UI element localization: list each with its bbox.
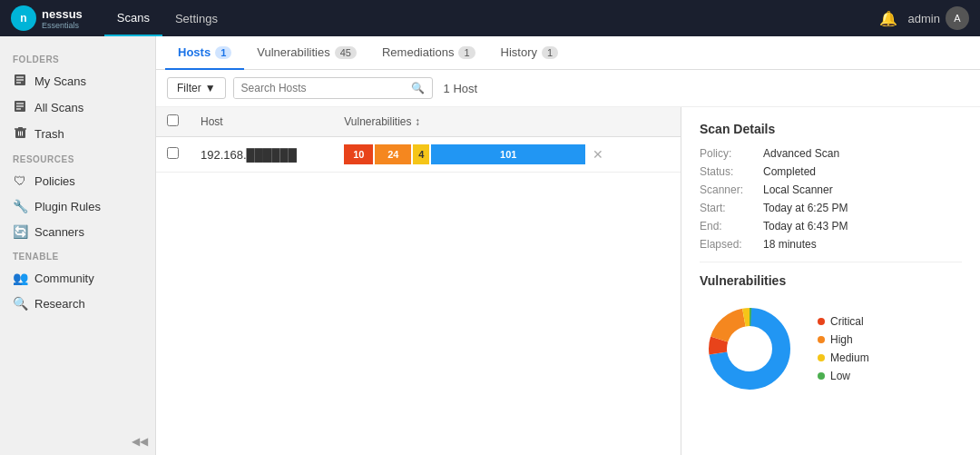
details-panel: Scan Details Policy: Advanced Scan Statu… <box>681 107 980 455</box>
user-menu[interactable]: admin A <box>908 6 969 30</box>
row-checkbox[interactable] <box>167 147 179 159</box>
donut-chart <box>700 299 799 399</box>
svg-rect-10 <box>18 127 23 129</box>
sidebar-item-all-scans[interactable]: All Scans <box>0 94 155 121</box>
scanners-icon: 🔄 <box>13 224 27 239</box>
all-scans-icon <box>13 100 27 115</box>
host-cell: 192.168.██████ <box>190 137 333 173</box>
top-navigation: n nessus Essentials Scans Settings 🔔 adm… <box>0 0 980 36</box>
search-box: 🔍 <box>233 77 433 99</box>
low-legend-label: Low <box>830 370 850 382</box>
select-all-checkbox[interactable] <box>167 114 179 126</box>
high-dot <box>818 336 825 343</box>
tenable-section-label: TENABLE <box>0 244 155 265</box>
high-segment: 24 <box>375 144 411 164</box>
host-count: 1 Host <box>444 82 478 95</box>
medium-dot <box>818 354 825 361</box>
community-label: Community <box>34 272 94 285</box>
end-value: Today at 6:43 PM <box>763 220 848 232</box>
sidebar-item-policies[interactable]: 🛡 Policies <box>0 168 155 193</box>
nav-scans[interactable]: Scans <box>104 0 162 36</box>
status-row: Status: Completed <box>700 165 962 178</box>
sidebar-collapse: ◀◀ <box>0 435 155 448</box>
legend-item-medium: Medium <box>818 351 869 364</box>
content-body: Host Vulnerabilities ↕ 192.1 <box>156 107 980 455</box>
col-vulnerabilities: Vulnerabilities ↕ <box>333 107 681 137</box>
medium-legend-label: Medium <box>830 351 869 364</box>
scanner-value: Local Scanner <box>763 183 833 196</box>
sidebar-item-scanners[interactable]: 🔄 Scanners <box>0 219 155 244</box>
policy-label: Policy: <box>700 147 763 160</box>
logo-icon: n <box>11 5 36 31</box>
critical-legend-label: Critical <box>830 315 864 328</box>
policy-row: Policy: Advanced Scan <box>700 147 962 160</box>
tab-history[interactable]: History 1 <box>488 36 572 70</box>
nav-settings[interactable]: Settings <box>162 0 230 36</box>
end-label: End: <box>700 220 763 232</box>
content-area: Hosts 1 Vulnerabilities 45 Remediations … <box>156 36 980 455</box>
research-label: Research <box>34 297 85 311</box>
sidebar-item-trash[interactable]: Trash <box>0 121 155 147</box>
scan-details-title: Scan Details <box>700 122 962 136</box>
logo: n nessus Essentials <box>11 5 83 31</box>
scanner-label: Scanner: <box>700 183 763 196</box>
scanners-label: Scanners <box>34 225 84 239</box>
logo-text: nessus Essentials <box>42 7 83 30</box>
legend-item-low: Low <box>818 370 869 382</box>
vuln-bar-cell: 10 24 4 101 ✕ <box>333 137 681 173</box>
donut-hole <box>730 329 769 369</box>
sidebar-item-research[interactable]: 🔍 Research <box>0 291 155 316</box>
elapsed-row: Elapsed: 18 minutes <box>700 238 962 251</box>
info-segment: 101 <box>431 144 585 164</box>
vuln-sort-icon: ↕ <box>415 115 420 128</box>
search-input[interactable] <box>234 78 404 98</box>
policies-icon: 🛡 <box>13 173 27 188</box>
avatar: A <box>946 6 969 30</box>
elapsed-label: Elapsed: <box>700 238 763 251</box>
plugin-rules-icon: 🔧 <box>13 199 27 213</box>
sidebar-item-plugin-rules[interactable]: 🔧 Plugin Rules <box>0 193 155 219</box>
community-icon: 👥 <box>13 271 27 285</box>
sidebar: FOLDERS My Scans All Scans Trash RESOURC… <box>0 36 156 455</box>
vulnerabilities-section: Vulnerabilities <box>700 273 962 399</box>
legend-item-critical: Critical <box>818 315 869 328</box>
tab-vulnerabilities[interactable]: Vulnerabilities 45 <box>244 36 369 70</box>
vulnerabilities-title: Vulnerabilities <box>700 273 962 288</box>
start-row: Start: Today at 6:25 PM <box>700 202 962 214</box>
sidebar-item-community[interactable]: 👥 Community <box>0 265 155 291</box>
collapse-sidebar-button[interactable]: ◀◀ <box>132 435 148 448</box>
filter-dropdown-icon: ▼ <box>205 82 216 94</box>
donut-legend: Critical High Medium <box>818 315 869 382</box>
tab-remediations[interactable]: Remediations 1 <box>369 36 488 70</box>
table-row[interactable]: 192.168.██████ 10 24 4 101 ✕ <box>156 137 681 173</box>
resources-section-label: RESOURCES <box>0 147 155 168</box>
sidebar-item-my-scans[interactable]: My Scans <box>0 68 155 94</box>
status-label: Status: <box>700 165 763 178</box>
end-row: End: Today at 6:43 PM <box>700 220 962 232</box>
critical-segment: 10 <box>344 144 373 164</box>
start-value: Today at 6:25 PM <box>763 202 848 214</box>
table-area: Host Vulnerabilities ↕ 192.1 <box>156 107 681 455</box>
row-close-button[interactable]: ✕ <box>589 147 607 162</box>
tab-hosts[interactable]: Hosts 1 <box>165 36 244 70</box>
folders-section-label: FOLDERS <box>0 47 155 68</box>
critical-dot <box>818 318 825 325</box>
scanner-row: Scanner: Local Scanner <box>700 183 962 196</box>
details-divider <box>700 262 962 262</box>
notification-bell-icon[interactable]: 🔔 <box>879 10 897 27</box>
filter-button[interactable]: Filter ▼ <box>167 77 226 99</box>
donut-chart-wrap: Critical High Medium <box>700 299 962 399</box>
search-icon[interactable]: 🔍 <box>404 78 432 98</box>
status-value: Completed <box>763 165 816 178</box>
high-legend-label: High <box>830 333 853 346</box>
trash-label: Trash <box>34 127 64 141</box>
trash-icon <box>13 126 27 142</box>
tabs-row: Hosts 1 Vulnerabilities 45 Remediations … <box>156 36 980 70</box>
my-scans-icon <box>13 74 27 89</box>
research-icon: 🔍 <box>13 296 27 311</box>
vulnerability-bar: 10 24 4 101 <box>344 144 585 164</box>
policies-label: Policies <box>34 174 75 188</box>
topnav-right: 🔔 admin A <box>879 6 969 30</box>
start-label: Start: <box>700 202 763 214</box>
filter-row: Filter ▼ 🔍 1 Host <box>156 70 980 107</box>
